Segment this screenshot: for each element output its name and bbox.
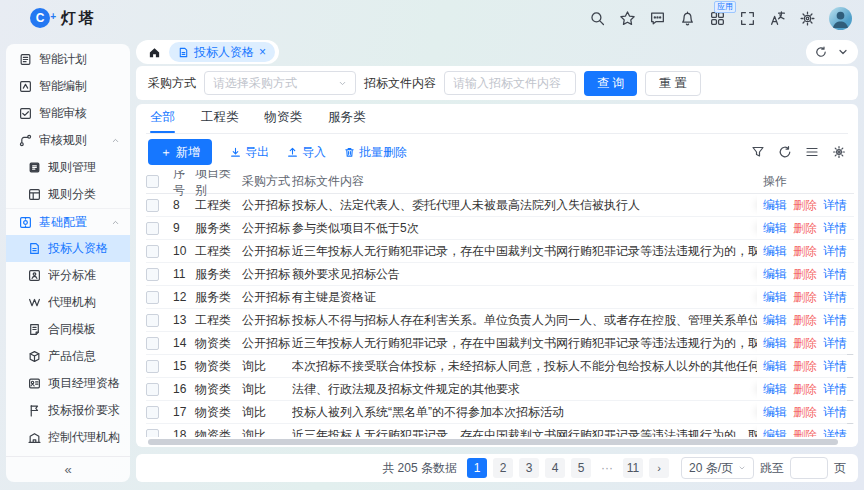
select-all-checkbox[interactable] <box>146 175 159 188</box>
reset-button[interactable]: 重 置 <box>645 71 700 96</box>
density-menu-icon[interactable] <box>805 145 819 159</box>
delete-link[interactable]: 删除 <box>793 312 817 329</box>
edit-link[interactable]: 编辑 <box>763 381 787 398</box>
row-checkbox[interactable] <box>146 291 159 304</box>
sidebar-collapse-button[interactable]: « <box>6 456 130 482</box>
chevron-down-icon[interactable] <box>837 46 849 58</box>
page-size-select[interactable]: 20 条/页 <box>681 457 754 479</box>
sidebar-item-building[interactable]: 控制代理机构 <box>6 424 130 451</box>
jump-page-input[interactable] <box>790 457 828 479</box>
detail-link[interactable]: 详情 <box>823 243 847 260</box>
sidebar-item-agency[interactable]: 代理机构 <box>6 289 130 316</box>
edit-link[interactable]: 编辑 <box>763 266 787 283</box>
row-checkbox[interactable] <box>146 199 159 212</box>
delete-link[interactable]: 删除 <box>793 220 817 237</box>
row-checkbox[interactable] <box>146 360 159 373</box>
row-checkbox[interactable] <box>146 268 159 281</box>
detail-link[interactable]: 详情 <box>823 197 847 214</box>
detail-link[interactable]: 详情 <box>823 289 847 306</box>
sidebar-item-rule-manage[interactable]: 规则管理 <box>6 154 130 181</box>
horizontal-scrollbar[interactable] <box>148 439 838 445</box>
fullscreen-icon[interactable] <box>739 10 756 27</box>
row-checkbox[interactable] <box>146 245 159 258</box>
delete-link[interactable]: 删除 <box>793 427 817 438</box>
detail-link[interactable]: 详情 <box>823 404 847 421</box>
gear-icon[interactable] <box>799 10 816 27</box>
detail-link[interactable]: 详情 <box>823 335 847 352</box>
row-checkbox[interactable] <box>146 222 159 235</box>
filter-funnel-icon[interactable] <box>751 145 765 159</box>
row-checkbox[interactable] <box>146 337 159 350</box>
detail-link[interactable]: 详情 <box>823 381 847 398</box>
edit-link[interactable]: 编辑 <box>763 358 787 375</box>
row-checkbox[interactable] <box>146 429 159 438</box>
sidebar-item-bidder-doc[interactable]: 投标人资格 <box>6 235 130 262</box>
detail-link[interactable]: 详情 <box>823 220 847 237</box>
sidebar-item-compile[interactable]: 智能编制 <box>6 73 130 100</box>
edit-link[interactable]: 编辑 <box>763 289 787 306</box>
page-button-11[interactable]: 11 <box>623 458 643 478</box>
sidebar-item-config[interactable]: 基础配置 <box>6 208 130 235</box>
row-checkbox[interactable] <box>146 383 159 396</box>
sidebar-item-rules[interactable]: 审核规则 <box>6 127 130 154</box>
category-tab-3[interactable]: 服务类 <box>328 109 366 133</box>
category-tab-2[interactable]: 物资类 <box>265 109 303 133</box>
delete-link[interactable]: 删除 <box>793 266 817 283</box>
detail-link[interactable]: 详情 <box>823 427 847 438</box>
delete-link[interactable]: 删除 <box>793 358 817 375</box>
home-icon[interactable] <box>148 46 161 59</box>
edit-link[interactable]: 编辑 <box>763 404 787 421</box>
edit-link[interactable]: 编辑 <box>763 335 787 352</box>
sidebar-item-review[interactable]: 智能审核 <box>6 100 130 127</box>
sidebar-item-score[interactable]: 评分标准 <box>6 262 130 289</box>
category-tab-0[interactable]: 全部 <box>150 109 175 133</box>
user-avatar[interactable] <box>829 7 852 30</box>
edit-link[interactable]: 编辑 <box>763 220 787 237</box>
row-checkbox[interactable] <box>146 314 159 327</box>
refresh-icon[interactable] <box>778 145 792 159</box>
detail-link[interactable]: 详情 <box>823 266 847 283</box>
edit-link[interactable]: 编辑 <box>763 197 787 214</box>
sidebar-item-contract[interactable]: 合同模板 <box>6 316 130 343</box>
page-button-5[interactable]: 5 <box>571 458 591 478</box>
delete-link[interactable]: 删除 <box>793 289 817 306</box>
page-button-2[interactable]: 2 <box>493 458 513 478</box>
page-button-4[interactable]: 4 <box>545 458 565 478</box>
message-icon[interactable] <box>649 10 666 27</box>
apps-icon[interactable]: 应用 <box>709 10 726 27</box>
next-page-button[interactable]: › <box>649 458 669 478</box>
refresh-icon[interactable] <box>815 46 827 58</box>
delete-link[interactable]: 删除 <box>793 335 817 352</box>
sidebar-item-flag[interactable]: 投标报价要求 <box>6 397 130 424</box>
page-button-3[interactable]: 3 <box>519 458 539 478</box>
sidebar-item-plan[interactable]: 智能计划 <box>6 46 130 73</box>
detail-link[interactable]: 详情 <box>823 358 847 375</box>
row-checkbox[interactable] <box>146 406 159 419</box>
sidebar-item-product[interactable]: 产品信息 <box>6 343 130 370</box>
translate-icon[interactable] <box>769 10 786 27</box>
edit-link[interactable]: 编辑 <box>763 312 787 329</box>
purchase-method-select[interactable]: 请选择采购方式 <box>204 71 356 95</box>
delete-link[interactable]: 删除 <box>793 404 817 421</box>
sidebar-item-rule-class[interactable]: 规则分类 <box>6 181 130 208</box>
import-button[interactable]: 导入 <box>287 144 326 161</box>
delete-link[interactable]: 删除 <box>793 197 817 214</box>
edit-link[interactable]: 编辑 <box>763 243 787 260</box>
bell-icon[interactable] <box>679 10 696 27</box>
search-button[interactable]: 查 询 <box>584 71 637 96</box>
delete-link[interactable]: 删除 <box>793 381 817 398</box>
export-button[interactable]: 导出 <box>230 144 269 161</box>
category-tab-1[interactable]: 工程类 <box>201 109 239 133</box>
delete-link[interactable]: 删除 <box>793 243 817 260</box>
detail-link[interactable]: 详情 <box>823 312 847 329</box>
edit-link[interactable]: 编辑 <box>763 427 787 438</box>
batch-delete-button[interactable]: 批量删除 <box>344 144 407 161</box>
tab-close-icon[interactable]: × <box>259 46 266 58</box>
add-button[interactable]: ＋新增 <box>148 139 212 165</box>
star-icon[interactable] <box>619 10 636 27</box>
column-settings-icon[interactable] <box>832 145 846 159</box>
page-button-1[interactable]: 1 <box>467 458 487 478</box>
doc-content-input[interactable] <box>444 71 576 95</box>
search-icon[interactable] <box>589 10 606 27</box>
tab-bidder-qualification[interactable]: 投标人资格 × <box>169 42 275 62</box>
